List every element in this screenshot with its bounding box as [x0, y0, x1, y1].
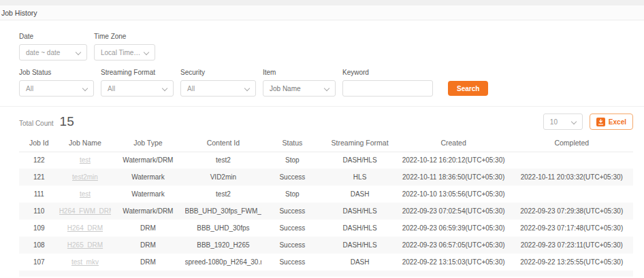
column-header-streaming-format: Streaming Format: [323, 134, 396, 152]
cell-streaming_format: DASH/HLS: [323, 152, 396, 169]
cell-job_name: H264_DRM: [59, 220, 112, 237]
cell-job_name: test2min: [59, 169, 112, 186]
job-name-link[interactable]: test: [80, 190, 91, 198]
timezone-label: Time Zone: [94, 33, 155, 40]
cell-status: Success: [261, 203, 323, 220]
cell-streaming_format: DASH: [323, 186, 396, 203]
column-header-job-name: Job Name: [59, 134, 112, 152]
job-status-select-value: All: [26, 85, 33, 92]
column-header-job-type: Job Type: [111, 134, 184, 152]
cell-completed: 2022-09-23 07:29:38(UTC+05:30): [511, 203, 633, 220]
partial-next-row: [19, 271, 633, 277]
table-toolbar: 10 Excel: [543, 114, 633, 130]
cell-completed: 2022-09-22 13:25:55(UTC+05:30): [511, 254, 633, 271]
excel-download-icon: [596, 118, 605, 126]
timezone-filter-group: Time Zone Local Time…: [94, 33, 155, 60]
cell-job_type: Watermark: [111, 186, 184, 203]
job-name-link[interactable]: test: [80, 156, 91, 164]
page-title: Job History: [1, 9, 37, 17]
table-row: 111testWatermarktest2StopDASH2022-10-10 …: [19, 186, 633, 203]
filter-panel: Date date ~ date Time Zone Local Time… J…: [0, 20, 644, 107]
cell-completed: [511, 152, 633, 169]
chevron-down-icon: [144, 50, 149, 55]
cell-created: 2022-09-23 06:59:39(UTC+05:30): [397, 220, 511, 237]
cell-completed: 2022-10-11 20:03:32(UTC+05:30): [511, 169, 633, 186]
column-header-content-id: Content Id: [185, 134, 262, 152]
cell-job_type: DRM: [111, 254, 184, 271]
cell-content_id: BBB_1920_H265: [185, 237, 262, 254]
job-status-filter-group: Job Status All: [19, 69, 94, 97]
item-filter-group: Item Job Name: [263, 69, 336, 97]
excel-button-label: Excel: [609, 118, 626, 126]
job-name-link[interactable]: H264_FWM_DRM: [59, 207, 112, 215]
page-size-select[interactable]: 10: [543, 114, 583, 130]
cell-job_type: Watermark/DRM: [111, 152, 184, 169]
cell-job_id: 107: [19, 254, 59, 271]
timezone-select-value: Local Time…: [101, 49, 140, 56]
date-label: Date: [19, 33, 87, 40]
cell-completed: 2022-09-23 07:23:11(UTC+05:30): [511, 237, 633, 254]
excel-export-button[interactable]: Excel: [590, 114, 633, 130]
table-row: 107test_mkvDRMspreed-1080p_H264_30.mkvSu…: [19, 254, 633, 271]
date-select[interactable]: date ~ date: [19, 44, 87, 60]
cell-status: Stop: [261, 186, 323, 203]
chevron-down-icon: [162, 86, 167, 91]
date-filter-group: Date date ~ date: [19, 33, 87, 60]
chevron-down-icon: [244, 86, 250, 91]
chevron-down-icon: [82, 86, 88, 91]
date-select-value: date ~ date: [26, 49, 60, 56]
top-strip: [0, 0, 644, 5]
keyword-input[interactable]: [342, 80, 433, 97]
streaming-format-select[interactable]: All: [101, 80, 174, 97]
cell-job_name: test: [59, 186, 112, 203]
table-row: 122testWatermark/DRMtest2StopDASH/HLS202…: [19, 152, 633, 169]
total-count: Total Count 15: [19, 114, 74, 129]
table-header-row: Job IdJob NameJob TypeContent IdStatusSt…: [19, 134, 633, 152]
security-filter-group: Security All: [180, 69, 256, 97]
cell-streaming_format: DASH/HLS: [323, 237, 396, 254]
cell-content_id: test2: [185, 152, 262, 169]
cell-status: Stop: [261, 152, 323, 169]
cell-job_type: DRM: [111, 237, 184, 254]
job-name-link[interactable]: test_mkv: [71, 258, 99, 266]
item-label: Item: [263, 69, 336, 76]
timezone-select[interactable]: Local Time…: [94, 44, 155, 60]
cell-completed: [511, 186, 633, 203]
job-status-label: Job Status: [19, 69, 94, 76]
job-name-link[interactable]: H264_DRM: [67, 224, 103, 232]
keyword-filter-group: Keyword: [342, 69, 433, 97]
cell-job_id: 121: [19, 169, 59, 186]
cell-job_name: test: [59, 152, 112, 169]
cell-created: 2022-10-12 16:20:12(UTC+05:30): [397, 152, 511, 169]
job-status-select[interactable]: All: [19, 80, 94, 97]
job-name-link[interactable]: H265_DRM: [67, 241, 103, 249]
cell-content_id: BBB_UHD_30fps_FWM_DRM: [185, 203, 262, 220]
cell-job_name: H264_FWM_DRM: [59, 203, 112, 220]
chevron-down-icon: [324, 86, 329, 91]
keyword-label: Keyword: [342, 69, 433, 76]
cell-job_id: 110: [19, 203, 59, 220]
cell-job_type: DRM: [111, 220, 184, 237]
cell-streaming_format: DASH/HLS: [323, 220, 396, 237]
column-header-job-id: Job Id: [19, 134, 59, 152]
cell-created: 2022-09-22 13:15:03(UTC+05:30): [397, 254, 511, 271]
chevron-down-icon: [571, 119, 577, 124]
cell-status: Success: [261, 237, 323, 254]
cell-status: Success: [261, 169, 323, 186]
search-button[interactable]: Search: [448, 81, 488, 96]
cell-status: Success: [261, 220, 323, 237]
cell-created: 2022-10-11 18:36:50(UTC+05:30): [397, 169, 511, 186]
cell-job_id: 111: [19, 186, 59, 203]
cell-job_id: 109: [19, 220, 59, 237]
streaming-format-label: Streaming Format: [101, 69, 174, 76]
security-select[interactable]: All: [180, 80, 256, 97]
cell-content_id: test2: [185, 186, 262, 203]
job-history-table: Job IdJob NameJob TypeContent IdStatusSt…: [19, 134, 633, 271]
cell-content_id: VID2min: [185, 169, 262, 186]
cell-completed: 2022-09-23 07:17:48(UTC+05:30): [511, 220, 633, 237]
item-select[interactable]: Job Name: [263, 80, 336, 97]
job-name-link[interactable]: test2min: [72, 173, 98, 181]
cell-streaming_format: HLS: [323, 169, 396, 186]
chevron-down-icon: [76, 50, 81, 55]
page-size-value: 10: [550, 118, 558, 126]
